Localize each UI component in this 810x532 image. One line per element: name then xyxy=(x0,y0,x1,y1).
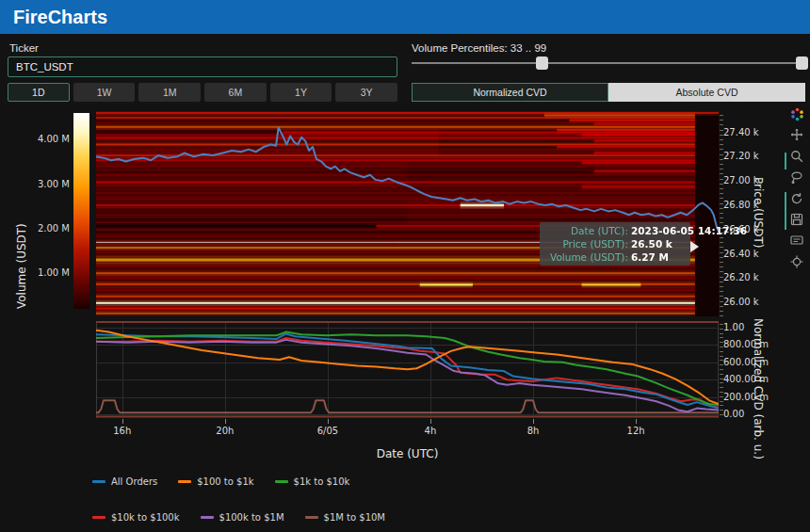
cvd-minor-tick xyxy=(720,342,723,343)
plotly-logo-icon[interactable] xyxy=(788,105,805,122)
tooltip-row-label: Price (USDT): xyxy=(542,237,628,250)
price-minor-tick xyxy=(720,252,723,253)
tooltip-row-value: 2023-06-05 14:17:36 xyxy=(631,224,747,237)
slider-handle-min[interactable] xyxy=(536,56,548,70)
range-button-1w[interactable]: 1W xyxy=(73,83,136,102)
slider-handle-max[interactable] xyxy=(796,56,808,70)
legend-item-all-orders[interactable]: All Orders xyxy=(92,476,157,487)
price-minor-tick xyxy=(720,306,723,307)
colorbar-tick-label: 3.00 M xyxy=(28,179,70,189)
price-minor-tick xyxy=(720,291,723,292)
legend-dash-icon xyxy=(92,480,105,483)
cvd-line-chart[interactable] xyxy=(96,321,719,418)
legend-dash-icon xyxy=(178,480,191,483)
price-minor-tick xyxy=(720,282,723,282)
legend-item--1k-to-10k[interactable]: $1k to $10k xyxy=(275,476,350,487)
normalized-cvd-button[interactable]: Normalized CVD xyxy=(412,83,608,102)
price-minor-tick xyxy=(720,149,723,150)
tooltip-arrow-icon xyxy=(690,241,699,252)
legend-dash-icon xyxy=(305,516,318,519)
price-minor-tick xyxy=(720,277,723,278)
date-tick-mark xyxy=(122,419,123,424)
cvd-minor-tick xyxy=(720,324,723,325)
volume-percentiles-slider[interactable] xyxy=(412,62,805,64)
price-tick-label: 27.20 k xyxy=(723,151,759,161)
pan-icon[interactable] xyxy=(788,126,805,143)
figure-area: 4.00 M3.00 M2.00 M1.00 M Volume (USDT) 2… xyxy=(0,104,810,532)
range-button-6m[interactable]: 6M xyxy=(204,83,267,102)
legend-item-label: $1M to $10M xyxy=(324,512,385,523)
price-minor-tick xyxy=(720,188,723,189)
price-minor-tick xyxy=(720,164,723,165)
volume-percentiles-label: Volume Percentiles: 33 .. 99 xyxy=(412,42,546,54)
tooltip-row-label: Date (UTC): xyxy=(542,224,628,237)
price-minor-tick xyxy=(720,203,723,204)
cvd-minor-tick xyxy=(720,360,723,361)
volume-colorbar xyxy=(73,113,89,309)
colorbar-tick-label: 4.00 M xyxy=(28,134,70,144)
spikelines-icon[interactable] xyxy=(788,253,805,270)
legend-item-label: $100 to $1k xyxy=(197,476,253,487)
cvd-minor-tick xyxy=(720,374,723,375)
legend-dash-icon xyxy=(201,516,214,519)
cvd-minor-tick xyxy=(720,379,723,379)
cvd-minor-tick xyxy=(720,410,723,411)
modebar-active-indicator xyxy=(785,153,786,169)
legend-item-label: $1k to $10k xyxy=(294,476,350,487)
absolute-cvd-button[interactable]: Absolute CVD xyxy=(608,83,805,102)
price-minor-tick xyxy=(720,257,723,258)
range-button-1m[interactable]: 1M xyxy=(138,83,201,102)
legend-item--100-to-1k[interactable]: $100 to $1k xyxy=(178,476,253,487)
zoom-icon[interactable] xyxy=(788,148,805,165)
tooltip-row-value: 26.50 k xyxy=(631,237,672,250)
tooltip-row-value: 6.27 M xyxy=(631,250,669,264)
reset-axes-icon[interactable] xyxy=(788,190,805,207)
price-minor-tick xyxy=(720,266,723,267)
date-axis-title: Date (UTC) xyxy=(96,447,719,460)
range-button-1d[interactable]: 1D xyxy=(8,83,70,102)
legend-item--1m-to-10m[interactable]: $1M to $10M xyxy=(305,512,385,523)
legend-item-label: $100k to $1M xyxy=(219,512,284,523)
legend-dash-icon xyxy=(92,516,105,519)
price-tick-label: 27.40 k xyxy=(723,127,759,137)
tooltip-row-label: Volume (USDT): xyxy=(542,250,628,264)
tooltip-row: Date (UTC):2023-06-05 14:17:36 xyxy=(542,224,685,237)
lasso-select-icon[interactable] xyxy=(788,169,805,185)
price-minor-tick xyxy=(720,237,723,238)
date-tick-label: 16h xyxy=(104,426,141,436)
cvd-minor-tick xyxy=(720,396,723,397)
price-minor-tick xyxy=(720,179,723,180)
price-minor-tick xyxy=(720,159,723,160)
legend-dash-icon xyxy=(275,480,288,483)
price-minor-tick xyxy=(720,286,723,287)
cvd-minor-tick xyxy=(720,392,723,393)
cvd-minor-tick xyxy=(720,387,723,388)
range-button-3y[interactable]: 3Y xyxy=(335,83,397,102)
cvd-axis-title: Normalized CVD (arb. u.) xyxy=(752,318,765,459)
legend-item--100k-to-1m[interactable]: $100k to $1M xyxy=(201,512,284,523)
price-minor-tick xyxy=(720,315,723,316)
price-minor-tick xyxy=(720,193,723,194)
legend-item--10k-to-100k[interactable]: $10k to $100k xyxy=(92,512,180,523)
price-minor-tick xyxy=(720,242,723,243)
date-tick-mark xyxy=(533,419,534,424)
save-icon[interactable] xyxy=(788,211,805,228)
hover-closest-icon[interactable] xyxy=(788,232,805,249)
date-tick-mark xyxy=(430,419,431,424)
cvd-toggle-group: Normalized CVDAbsolute CVD xyxy=(412,83,805,102)
price-minor-tick xyxy=(720,130,723,131)
range-button-1y[interactable]: 1Y xyxy=(270,83,332,102)
range-button-group: 1D1W1M6M1Y3Y xyxy=(8,83,397,102)
price-minor-tick xyxy=(720,124,723,125)
price-minor-tick xyxy=(720,144,723,145)
date-tick-label: 12h xyxy=(617,426,655,436)
ticker-input[interactable] xyxy=(8,56,397,77)
main-heatmap-chart[interactable] xyxy=(96,111,719,316)
price-minor-tick xyxy=(720,271,723,272)
price-minor-tick xyxy=(720,301,723,302)
cvd-tick-label: 1.00 xyxy=(723,322,744,332)
price-minor-tick xyxy=(720,184,723,185)
cvd-minor-tick xyxy=(720,337,723,338)
app-header: FireCharts xyxy=(0,0,810,34)
cvd-tick-label: 0.00 xyxy=(723,409,744,419)
